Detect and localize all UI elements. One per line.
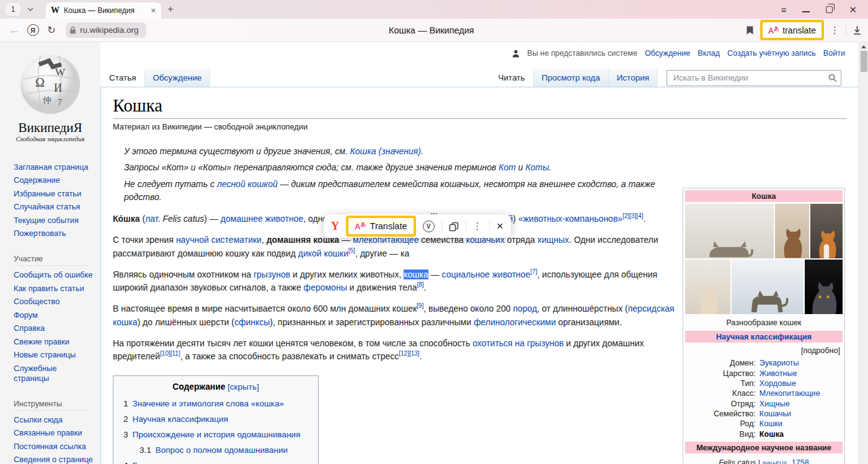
yandex-search-icon[interactable]: Y xyxy=(331,220,339,233)
reference-link[interactable]: [12][13] xyxy=(399,351,419,357)
cat-photo-tabby-ledge[interactable] xyxy=(685,204,774,258)
wiki-link[interactable]: научной систематики xyxy=(176,235,262,245)
menu-icon[interactable]: ≡ xyxy=(781,5,787,14)
window-close-icon[interactable]: ✕ xyxy=(849,5,857,14)
browser-tab[interactable]: W Кошка — Википедия ✕ xyxy=(46,2,161,19)
reference-link[interactable]: [8] xyxy=(417,281,423,288)
wiki-link[interactable]: дикой кошки xyxy=(298,248,348,258)
personal-link-contributions[interactable]: Вклад xyxy=(698,49,720,58)
sidebar-item-forum[interactable]: Форум xyxy=(14,310,93,320)
wiki-link[interactable]: Коты xyxy=(526,162,549,172)
infobox-caption: Разнообразие кошек xyxy=(685,317,843,331)
tab-group-counter[interactable]: 1 xyxy=(5,2,21,16)
wiki-link[interactable]: социальное животное xyxy=(442,269,531,279)
reference-link[interactable]: [9] xyxy=(417,303,423,310)
tab-article[interactable]: Статья xyxy=(101,69,145,87)
wiki-link[interactable]: хищных xyxy=(538,235,569,245)
reference-link[interactable]: [5] xyxy=(348,247,355,254)
copy-icon[interactable] xyxy=(449,221,459,232)
tab-read[interactable]: Читать xyxy=(490,69,534,87)
author-link[interactable]: Linnaeus xyxy=(758,458,787,464)
personal-link-talk[interactable]: Обсуждение xyxy=(645,49,690,58)
wiki-search-input[interactable] xyxy=(672,72,828,83)
reference-link[interactable]: [7] xyxy=(530,268,537,275)
chevron-down-icon[interactable] xyxy=(24,2,37,16)
tab-view-source[interactable]: Просмотр кода xyxy=(534,69,609,87)
new-tab-button[interactable]: + xyxy=(167,3,174,15)
popup-close-icon[interactable]: ✕ xyxy=(497,221,504,231)
sidebar-item-community[interactable]: Сообщество xyxy=(14,297,93,307)
namespace-tabs: Статья Обсуждение xyxy=(101,69,210,87)
bookmark-icon[interactable] xyxy=(746,25,754,35)
sidebar-item-main-page[interactable]: Заглавная страница xyxy=(14,162,93,172)
popup-more-icon[interactable]: ⋮ xyxy=(473,221,482,232)
wiki-search-box[interactable] xyxy=(666,70,841,86)
address-bar[interactable]: ru.wikipedia.org xyxy=(66,22,146,38)
text-segment: С точки зрения xyxy=(113,235,176,245)
classification-header[interactable]: Научная классификация xyxy=(685,331,843,343)
sidebar-item-page-info[interactable]: Сведения о странице xyxy=(14,455,93,464)
toolbar-translate-button[interactable]: Aあ translate xyxy=(760,20,824,40)
page-scrollbar[interactable] xyxy=(859,42,868,464)
cat-photo-tabby-snow[interactable] xyxy=(732,260,804,314)
wiki-link[interactable]: фелинологическими xyxy=(474,317,556,327)
yandex-icon[interactable]: Я xyxy=(24,24,42,36)
toc-hide-toggle[interactable]: [скрыть] xyxy=(228,382,259,392)
restore-icon[interactable] xyxy=(826,6,833,13)
scrollbar-thumb[interactable] xyxy=(861,51,867,72)
download-icon[interactable] xyxy=(852,25,862,36)
cat-photo-cream[interactable] xyxy=(685,260,730,314)
sidebar-item-current-events[interactable]: Текущие события xyxy=(14,216,93,225)
reload-icon[interactable]: ↻ xyxy=(42,24,61,36)
wikipedia-logo[interactable]: Ω W И 仲 7 ВикипедиЯ Свободная энциклопед… xyxy=(0,51,100,142)
wiki-link[interactable]: домашнее животное xyxy=(221,214,303,224)
sidebar-item-recent-changes[interactable]: Свежие правки xyxy=(14,337,93,347)
sidebar-item-special-pages[interactable]: Служебные страницы xyxy=(14,364,93,383)
view-tabs: Читать Просмотр кода История xyxy=(490,69,841,87)
sidebar-item-related-changes[interactable]: Связанные правки xyxy=(14,428,93,438)
sidebar-item-donate[interactable]: Пожертвовать xyxy=(14,229,93,239)
minimize-icon[interactable] xyxy=(802,11,810,12)
tab-history[interactable]: История xyxy=(609,69,658,87)
sidebar-item-report-error[interactable]: Сообщить об ошибке xyxy=(14,270,93,280)
cat-photo-ginger-white[interactable] xyxy=(810,204,843,258)
wiki-link[interactable]: феромоны xyxy=(304,282,347,292)
search-icon[interactable] xyxy=(828,74,837,82)
text-segment: . xyxy=(643,214,645,224)
reference-link[interactable]: [2][3][4] xyxy=(622,212,643,219)
wiki-link[interactable]: Кот xyxy=(498,162,516,172)
login-status: Вы не представились системе xyxy=(527,49,637,58)
toolbar-more-icon[interactable]: ⋮ xyxy=(830,25,839,36)
details-link[interactable]: [подробно] xyxy=(685,344,843,358)
wiki-link[interactable]: охотиться на грызунов xyxy=(472,338,564,348)
popup-translate-button[interactable]: Aあ Translate xyxy=(346,216,416,237)
wiki-link[interactable]: «животных-компаньонов» xyxy=(518,214,622,224)
toc-title: Содержание xyxy=(172,382,225,392)
text-segment: ) — xyxy=(204,214,220,224)
sidebar-item-permanent-link[interactable]: Постоянная ссылка xyxy=(14,442,93,452)
cat-photo-abyssinian[interactable] xyxy=(775,204,809,258)
wiki-link[interactable]: Кошка (значения). xyxy=(350,146,423,156)
taxonomy-row: Вид:Кошка xyxy=(685,429,843,439)
sidebar-item-how-to-edit[interactable]: Как править статьи xyxy=(14,284,93,294)
sidebar-item-what-links-here[interactable]: Ссылки сюда xyxy=(14,415,93,425)
tab-close-icon[interactable]: ✕ xyxy=(151,7,156,15)
scrollbar-up-arrow[interactable] xyxy=(861,45,866,48)
reference-link[interactable]: [10][11] xyxy=(160,351,180,357)
wiki-link[interactable]: сфинксы xyxy=(234,317,270,327)
personal-link-login[interactable]: Войти xyxy=(823,49,845,58)
personal-link-create-account[interactable]: Создать учётную запись xyxy=(727,49,816,58)
tab-discussion[interactable]: Обсуждение xyxy=(145,69,211,87)
sidebar-item-help[interactable]: Справка xyxy=(14,323,93,333)
wiki-link[interactable]: грызунов xyxy=(254,269,290,279)
cat-photo-grey[interactable] xyxy=(805,260,843,314)
sidebar-item-random[interactable]: Случайная статья xyxy=(14,202,93,212)
wiki-link[interactable]: лесной кошкой xyxy=(217,179,278,189)
voice-assistant-icon[interactable]: V xyxy=(423,221,435,232)
sidebar-item-featured[interactable]: Избранные статьи xyxy=(14,189,93,199)
wiki-link[interactable]: лат. xyxy=(145,214,160,224)
wiki-link[interactable]: пород xyxy=(513,304,537,313)
sidebar-item-new-pages[interactable]: Новые страницы xyxy=(14,350,93,360)
sidebar-item-contents[interactable]: Содержание xyxy=(14,175,93,185)
back-icon[interactable]: ← xyxy=(5,24,24,37)
